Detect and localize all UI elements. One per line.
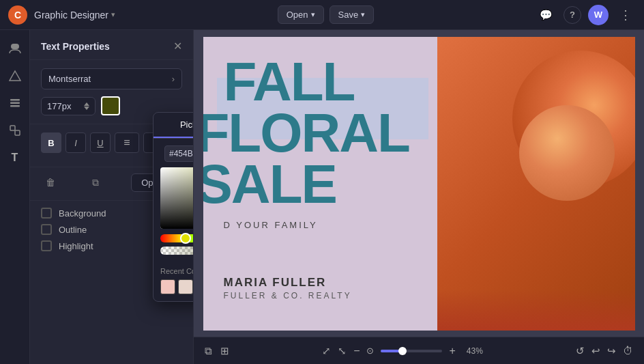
flower-shadow <box>437 290 635 331</box>
canvas-text-family: D YOUR FAMILY <box>224 220 318 230</box>
save-button[interactable]: Save ▾ <box>330 5 375 24</box>
hex-row: ⊘ ✏ + <box>160 145 194 162</box>
topbar-left: C Graphic Designer ▾ <box>8 5 115 25</box>
avatar[interactable]: W <box>588 5 609 25</box>
history-icon[interactable]: ⏱ <box>623 345 633 356</box>
font-size-input[interactable]: 177px <box>41 97 96 115</box>
outline-checkbox[interactable] <box>41 224 52 235</box>
highlight-checkbox[interactable] <box>41 240 52 251</box>
main-layout: T Text Properties ✕ Montserrat › 177px <box>0 30 644 364</box>
recent-colors-label: Recent Colors <box>160 267 194 275</box>
close-icon[interactable]: ✕ <box>173 40 182 53</box>
undo-icon[interactable]: ↩ <box>591 345 600 357</box>
bottom-center: ⤢ ⤡ − ⊙ + 43% <box>322 345 483 357</box>
recent-color-1[interactable] <box>178 279 193 294</box>
zoom-slider[interactable] <box>381 350 442 352</box>
picker-tab[interactable]: Picker <box>153 113 194 138</box>
font-expand-icon: › <box>172 74 175 84</box>
svg-rect-0 <box>11 44 19 49</box>
canvas-area: FALL FLORAL SALE D YOUR FAMILY MARIA FUL… <box>194 30 644 364</box>
redo-icon[interactable]: ↪ <box>607 345 616 357</box>
picker-body: ⊘ ✏ + <box>153 139 194 301</box>
italic-button[interactable]: I <box>65 132 86 153</box>
zoom-handle <box>398 347 407 355</box>
text-properties-panel: Text Properties ✕ Montserrat › 177px <box>30 30 194 364</box>
color-picker-popup: Picker Library ⊘ ✏ + <box>153 112 194 302</box>
zoom-fit-icon[interactable]: ⊙ <box>366 346 374 356</box>
duplicate-button[interactable]: ⧉ <box>86 173 105 192</box>
hex-input[interactable] <box>164 145 194 162</box>
open-chevron: ▾ <box>311 10 315 19</box>
color-gradient-canvas[interactable] <box>160 167 194 229</box>
recent-color-0[interactable] <box>160 279 175 294</box>
canvas-container: FALL FLORAL SALE D YOUR FAMILY MARIA FUL… <box>194 30 644 337</box>
font-size-arrows <box>84 102 89 110</box>
delete-button[interactable]: 🗑 <box>41 173 60 192</box>
sidebar-icon-user[interactable] <box>3 37 27 60</box>
grid-bottom-icon[interactable]: ⊞ <box>220 345 229 357</box>
app-name-button[interactable]: Graphic Designer ▾ <box>34 10 115 20</box>
svg-rect-2 <box>10 99 20 101</box>
recent-section: Recent Colors <box>160 267 194 294</box>
layers-bottom-icon[interactable]: ⧉ <box>205 345 212 357</box>
topbar: C Graphic Designer ▾ Open ▾ Save ▾ 💬 ? W… <box>0 0 644 30</box>
opacity-wrapper: 100 <box>160 247 194 255</box>
bottom-bar: ⧉ ⊞ ⤢ ⤡ − ⊙ + 43% ↺ ↩ ↪ ⏱ <box>194 337 644 364</box>
bottom-right: ↺ ↩ ↪ ⏱ <box>576 345 633 357</box>
svg-rect-5 <box>10 126 15 130</box>
panel-title: Text Properties <box>41 41 110 52</box>
recent-colors <box>160 279 194 294</box>
app-name-chevron: ▾ <box>111 10 115 19</box>
outline-label: Outline <box>59 225 87 235</box>
svg-rect-6 <box>15 130 20 135</box>
zoom-out-button[interactable]: − <box>353 345 360 357</box>
zoom-in-button[interactable]: + <box>449 345 455 357</box>
picker-tabs: Picker Library <box>153 113 194 139</box>
canvas-company: FULLER & CO. REALTY <box>224 291 352 300</box>
text-color-swatch[interactable] <box>101 96 120 115</box>
open-button[interactable]: Open ▾ <box>278 5 324 24</box>
hue-slider[interactable] <box>160 234 194 242</box>
sidebar-icons: T <box>0 30 30 364</box>
font-selector[interactable]: Montserrat › <box>41 68 182 89</box>
underline-button[interactable]: U <box>90 132 111 153</box>
hue-handle <box>180 233 191 244</box>
flower-image <box>437 37 635 331</box>
app-logo[interactable]: C <box>8 5 27 25</box>
flower-circle-2 <box>519 105 615 201</box>
zoom-percent: 43% <box>467 346 483 356</box>
svg-rect-3 <box>10 102 20 104</box>
sidebar-icon-blocks[interactable] <box>3 92 27 115</box>
opacity-overlay <box>160 247 194 255</box>
svg-marker-1 <box>10 71 20 81</box>
gradient-bg <box>160 167 194 229</box>
design-canvas[interactable]: FALL FLORAL SALE D YOUR FAMILY MARIA FUL… <box>203 37 635 331</box>
background-checkbox[interactable] <box>41 208 52 219</box>
menu-icon[interactable]: ⋮ <box>615 5 636 25</box>
font-size-down[interactable] <box>84 107 89 110</box>
help-icon[interactable]: ? <box>564 6 581 24</box>
expand-icon[interactable]: ⤢ <box>322 345 331 357</box>
save-chevron: ▾ <box>361 10 365 19</box>
background-label: Background <box>59 208 106 219</box>
sidebar-icon-text[interactable]: T <box>3 146 27 169</box>
highlight-label: Highlight <box>59 241 93 251</box>
canvas-name: MARIA FULLER <box>224 276 327 290</box>
align-left-button[interactable]: ≡ <box>115 132 139 153</box>
refresh-icon[interactable]: ↺ <box>576 345 585 357</box>
bold-button[interactable]: B <box>41 132 61 153</box>
bottom-left: ⧉ ⊞ <box>205 345 229 357</box>
topbar-center: Open ▾ Save ▾ <box>278 5 374 24</box>
sidebar-icon-shapes[interactable] <box>3 64 27 87</box>
crop-icon[interactable]: ⤡ <box>338 345 347 357</box>
panel-header: Text Properties ✕ <box>30 30 193 60</box>
opacity-slider[interactable] <box>160 247 194 255</box>
sidebar-icon-layers[interactable] <box>3 119 27 142</box>
topbar-right: 💬 ? W ⋮ <box>536 5 636 25</box>
font-size-up[interactable] <box>84 102 89 106</box>
svg-rect-4 <box>10 105 20 107</box>
chat-icon[interactable]: 💬 <box>536 5 557 25</box>
canvas-text-sale: SALE <box>203 153 336 216</box>
